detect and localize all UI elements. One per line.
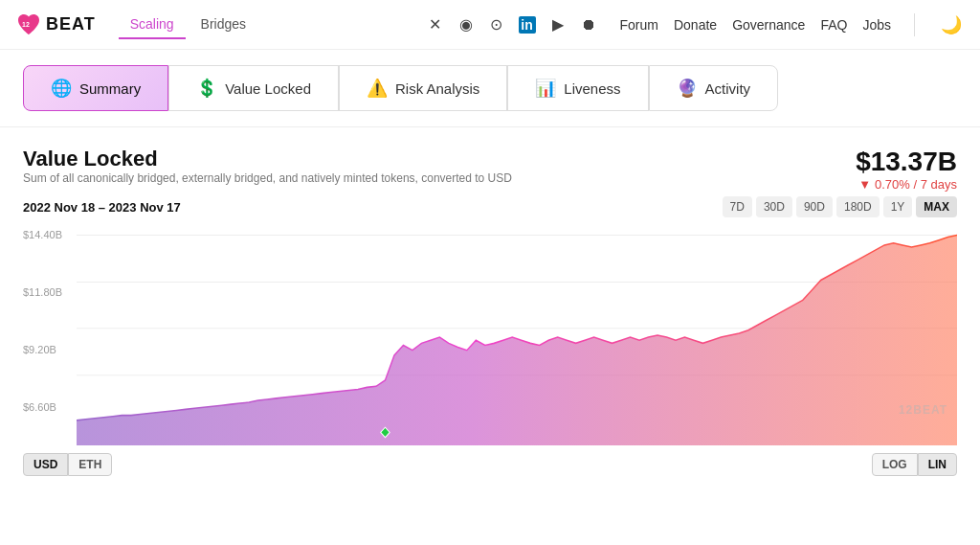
- nav-bridges[interactable]: Bridges: [189, 11, 257, 39]
- main-nav: Scaling Bridges: [119, 11, 257, 39]
- change-arrow: ▼: [858, 177, 871, 192]
- youtube-icon[interactable]: ▶: [549, 16, 567, 34]
- watermark: 12BEAT: [899, 403, 947, 417]
- logo-text: BEAT: [46, 14, 96, 34]
- risk-icon: ⚠️: [367, 78, 388, 99]
- nav-divider: [914, 13, 915, 36]
- y-label-1: $14.40B: [23, 229, 77, 240]
- activity-icon: 🔮: [677, 78, 698, 99]
- chart-container: $14.40B $11.80B $9.20B $6.60B: [23, 225, 957, 445]
- video-icon[interactable]: ⏺: [580, 16, 597, 34]
- time-max[interactable]: MAX: [916, 196, 957, 217]
- scale-buttons: LOG LIN: [872, 453, 957, 476]
- tab-risk-label: Risk Analysis: [395, 80, 479, 97]
- y-label-3: $9.20B: [23, 344, 77, 355]
- chart-svg: [77, 225, 957, 445]
- time-90d[interactable]: 90D: [796, 196, 833, 217]
- tab-summary[interactable]: 🌐 Summary: [23, 65, 168, 111]
- date-range: 2022 Nov 18 – 2023 Nov 17: [23, 200, 181, 215]
- summary-icon: 🌐: [51, 78, 72, 99]
- value-locked-header: Value Locked Sum of all canonically brid…: [23, 147, 957, 193]
- header: 12 BEAT Scaling Bridges ✕ ◉ ⊙ in ▶ ⏺ For…: [0, 0, 980, 50]
- forum-link[interactable]: Forum: [620, 17, 658, 33]
- date-range-row: 2022 Nov 18 – 2023 Nov 17 7D 30D 90D 180…: [23, 196, 957, 217]
- logo[interactable]: 12 BEAT: [15, 11, 96, 38]
- linkedin-icon[interactable]: in: [519, 16, 536, 34]
- total-amount: $13.37B: [856, 147, 957, 177]
- scale-lin[interactable]: LIN: [918, 453, 957, 476]
- section-subtitle: Sum of all canonically bridged, external…: [23, 171, 512, 185]
- change-value: 0.70% / 7 days: [875, 177, 957, 192]
- tab-activity[interactable]: 🔮 Activity: [649, 65, 779, 111]
- chart-bottom-bar: USD ETH LOG LIN: [23, 453, 957, 476]
- y-label-4: $6.60B: [23, 401, 77, 413]
- change-indicator: ▼ 0.70% / 7 days: [856, 177, 957, 192]
- tab-liveness[interactable]: 📊 Liveness: [507, 65, 648, 111]
- tabs-row: 🌐 Summary 💲 Value Locked ⚠️ Risk Analysi…: [0, 50, 980, 127]
- tab-activity-label: Activity: [705, 80, 751, 97]
- value-locked-icon: 💲: [196, 78, 217, 99]
- tab-liveness-label: Liveness: [564, 80, 620, 97]
- discord-icon[interactable]: ◉: [457, 16, 475, 34]
- y-label-2: $11.80B: [23, 286, 77, 298]
- time-7d[interactable]: 7D: [723, 196, 752, 217]
- governance-link[interactable]: Governance: [732, 17, 805, 33]
- currency-buttons: USD ETH: [23, 453, 112, 476]
- tab-risk-analysis[interactable]: ⚠️ Risk Analysis: [339, 65, 507, 111]
- social-icons-group: ✕ ◉ ⊙ in ▶ ⏺: [427, 16, 597, 34]
- svg-text:12: 12: [22, 21, 30, 28]
- scale-log[interactable]: LOG: [872, 453, 918, 476]
- currency-usd[interactable]: USD: [23, 453, 68, 476]
- currency-eth[interactable]: ETH: [68, 453, 112, 476]
- dark-mode-toggle[interactable]: 🌙: [938, 11, 965, 38]
- section-title: Value Locked: [23, 147, 512, 171]
- main-content: Value Locked Sum of all canonically brid…: [0, 127, 980, 476]
- time-1y[interactable]: 1Y: [883, 196, 913, 217]
- liveness-icon: 📊: [535, 78, 556, 99]
- nav-scaling[interactable]: Scaling: [119, 11, 186, 39]
- time-180d[interactable]: 180D: [836, 196, 880, 217]
- jobs-link[interactable]: Jobs: [862, 17, 891, 33]
- tab-value-locked-label: Value Locked: [225, 80, 311, 97]
- right-nav: Forum Donate Governance FAQ Jobs 🌙: [620, 11, 965, 38]
- github-icon[interactable]: ⊙: [488, 16, 505, 34]
- time-30d[interactable]: 30D: [756, 196, 792, 217]
- tab-summary-label: Summary: [79, 80, 141, 97]
- twitter-icon[interactable]: ✕: [427, 16, 444, 34]
- faq-link[interactable]: FAQ: [820, 17, 847, 33]
- tab-value-locked[interactable]: 💲 Value Locked: [168, 65, 339, 111]
- donate-link[interactable]: Donate: [674, 17, 717, 33]
- time-buttons: 7D 30D 90D 180D 1Y MAX: [723, 196, 957, 217]
